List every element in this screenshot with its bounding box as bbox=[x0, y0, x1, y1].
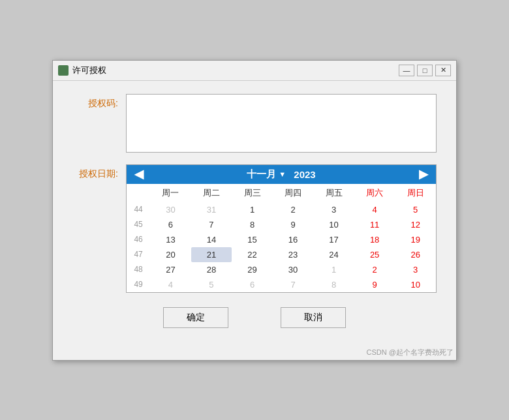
calendar-day[interactable]: 2 bbox=[354, 262, 395, 277]
calendar-day[interactable]: 5 bbox=[191, 277, 232, 292]
calendar-week-row: 4613141516171819 bbox=[127, 232, 436, 247]
buttons-row: 确定 取消 bbox=[72, 307, 437, 328]
calendar-day[interactable]: 30 bbox=[273, 262, 314, 277]
calendar-day[interactable]: 6 bbox=[232, 277, 273, 292]
calendar-day[interactable]: 7 bbox=[191, 217, 232, 232]
weekday-fri: 周五 bbox=[313, 184, 354, 202]
calendar-title: 十一月 ▼ 2023 bbox=[247, 168, 315, 181]
window-controls: — □ ✕ bbox=[399, 65, 451, 76]
calendar-day[interactable]: 4 bbox=[150, 277, 191, 292]
content-area: 授权码: 授权日期: ◀ 十一月 ▼ 2023 ▶ bbox=[53, 81, 456, 346]
calendar-day[interactable]: 21 bbox=[191, 247, 232, 262]
calendar-week-row: 4945678910 bbox=[127, 277, 436, 292]
cancel-button[interactable]: 取消 bbox=[281, 307, 346, 328]
week-number: 48 bbox=[127, 262, 150, 277]
weekday-sat: 周六 bbox=[354, 184, 395, 202]
calendar-day[interactable]: 3 bbox=[395, 262, 436, 277]
calendar-table: 周一 周二 周三 周四 周五 周六 周日 4430311234545678910… bbox=[127, 184, 436, 292]
calendar-day[interactable]: 22 bbox=[232, 247, 273, 262]
confirm-button[interactable]: 确定 bbox=[163, 307, 228, 328]
calendar-month: 十一月 bbox=[247, 168, 276, 181]
calendar-day[interactable]: 9 bbox=[354, 277, 395, 292]
calendar-day[interactable]: 1 bbox=[232, 202, 273, 217]
auth-code-input[interactable] bbox=[126, 94, 437, 153]
week-number: 44 bbox=[127, 202, 150, 217]
calendar-day[interactable]: 10 bbox=[313, 217, 354, 232]
month-dropdown-arrow[interactable]: ▼ bbox=[279, 170, 286, 178]
close-button[interactable]: ✕ bbox=[435, 65, 451, 76]
watermark: CSDN @起个名字费劲死了 bbox=[53, 346, 456, 360]
window-title: 许可授权 bbox=[72, 65, 399, 76]
calendar-day[interactable]: 25 bbox=[354, 247, 395, 262]
calendar-day[interactable]: 23 bbox=[273, 247, 314, 262]
auth-date-label: 授权日期: bbox=[72, 164, 118, 180]
app-icon bbox=[58, 65, 69, 76]
prev-month-button[interactable]: ◀ bbox=[132, 168, 146, 180]
week-num-header bbox=[127, 184, 150, 202]
calendar-weekday-header: 周一 周二 周三 周四 周五 周六 周日 bbox=[127, 184, 436, 202]
weekday-sun: 周日 bbox=[395, 184, 436, 202]
next-month-button[interactable]: ▶ bbox=[416, 168, 431, 180]
calendar-day[interactable]: 3 bbox=[313, 202, 354, 217]
calendar-day[interactable]: 14 bbox=[191, 232, 232, 247]
calendar-day[interactable]: 20 bbox=[150, 247, 191, 262]
week-number: 45 bbox=[127, 217, 150, 232]
calendar-day[interactable]: 17 bbox=[313, 232, 354, 247]
weekday-wed: 周三 bbox=[232, 184, 273, 202]
calendar-day[interactable]: 10 bbox=[395, 277, 436, 292]
calendar-day[interactable]: 29 bbox=[232, 262, 273, 277]
calendar-day[interactable]: 27 bbox=[150, 262, 191, 277]
window: 许可授权 — □ ✕ 授权码: 授权日期: ◀ 十一月 ▼ bbox=[52, 60, 457, 361]
calendar-day[interactable]: 12 bbox=[395, 217, 436, 232]
week-number: 49 bbox=[127, 277, 150, 292]
calendar-day[interactable]: 8 bbox=[232, 217, 273, 232]
calendar-day[interactable]: 11 bbox=[354, 217, 395, 232]
calendar-day[interactable]: 5 bbox=[395, 202, 436, 217]
calendar-day[interactable]: 30 bbox=[150, 202, 191, 217]
weekday-thu: 周四 bbox=[273, 184, 314, 202]
auth-code-field: 授权码: bbox=[72, 94, 437, 153]
auth-code-label: 授权码: bbox=[72, 94, 118, 110]
calendar-day[interactable]: 24 bbox=[313, 247, 354, 262]
calendar-day[interactable]: 18 bbox=[354, 232, 395, 247]
calendar-day[interactable]: 7 bbox=[273, 277, 314, 292]
calendar-day[interactable]: 28 bbox=[191, 262, 232, 277]
calendar-day[interactable]: 4 bbox=[354, 202, 395, 217]
calendar-day[interactable]: 31 bbox=[191, 202, 232, 217]
calendar-day[interactable]: 8 bbox=[313, 277, 354, 292]
calendar-week-row: 456789101112 bbox=[127, 217, 436, 232]
titlebar: 许可授权 — □ ✕ bbox=[53, 61, 456, 81]
calendar-header: ◀ 十一月 ▼ 2023 ▶ bbox=[127, 165, 436, 184]
calendar-day[interactable]: 19 bbox=[395, 232, 436, 247]
calendar-day[interactable]: 9 bbox=[273, 217, 314, 232]
calendar-body: 4430311234545678910111246131415161718194… bbox=[127, 202, 436, 292]
week-number: 46 bbox=[127, 232, 150, 247]
calendar-day[interactable]: 15 bbox=[232, 232, 273, 247]
weekday-tue: 周二 bbox=[191, 184, 232, 202]
calendar-day[interactable]: 16 bbox=[273, 232, 314, 247]
minimize-button[interactable]: — bbox=[399, 65, 414, 76]
calendar-day[interactable]: 2 bbox=[273, 202, 314, 217]
calendar-day[interactable]: 1 bbox=[313, 262, 354, 277]
calendar-day[interactable]: 13 bbox=[150, 232, 191, 247]
calendar-week-row: 44303112345 bbox=[127, 202, 436, 217]
maximize-button[interactable]: □ bbox=[417, 65, 433, 76]
calendar: ◀ 十一月 ▼ 2023 ▶ 周一 周二 bbox=[126, 164, 437, 293]
calendar-week-row: 4827282930123 bbox=[127, 262, 436, 277]
calendar-year: 2023 bbox=[294, 169, 315, 180]
calendar-week-row: 4720212223242526 bbox=[127, 247, 436, 262]
auth-date-field: 授权日期: ◀ 十一月 ▼ 2023 ▶ bbox=[72, 164, 437, 293]
weekday-mon: 周一 bbox=[150, 184, 191, 202]
calendar-day[interactable]: 26 bbox=[395, 247, 436, 262]
week-number: 47 bbox=[127, 247, 150, 262]
calendar-day[interactable]: 6 bbox=[150, 217, 191, 232]
